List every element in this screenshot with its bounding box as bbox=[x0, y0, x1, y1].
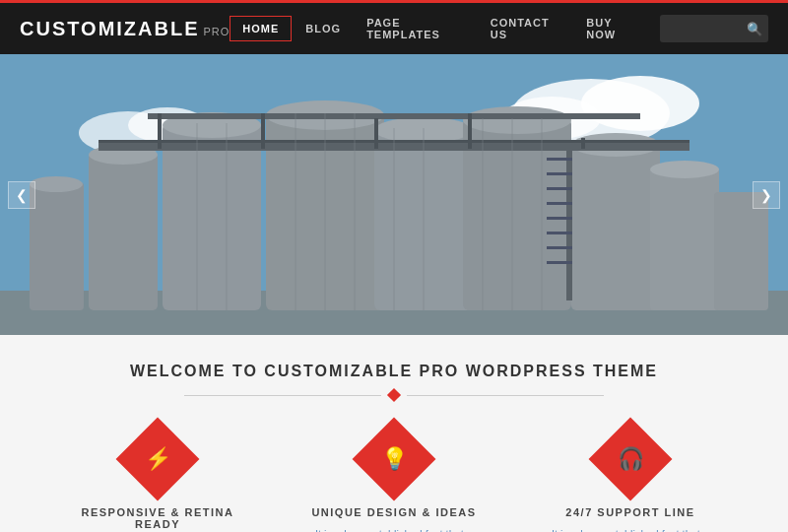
logo-pro: PRO bbox=[204, 26, 230, 37]
svg-rect-39 bbox=[547, 246, 572, 249]
svg-rect-21 bbox=[650, 167, 719, 310]
nav-home[interactable]: HOME bbox=[230, 16, 292, 41]
search-input[interactable] bbox=[668, 23, 747, 34]
nav-contact-us[interactable]: CONTACT US bbox=[479, 11, 573, 46]
svg-rect-28 bbox=[374, 118, 378, 149]
svg-rect-27 bbox=[261, 113, 265, 149]
section-title: WELCOME TO CUSTOMIZABLE PRO WORDPRESS TH… bbox=[39, 363, 749, 380]
nav-blog[interactable]: BLOG bbox=[294, 17, 353, 40]
feature-item-1: 💡 UNIQUE DESIGN & IDEAS It is a long est… bbox=[305, 430, 483, 532]
feature-icon-wrap-1: 💡 bbox=[353, 418, 436, 501]
feature-icon-wrap-0: ⚡ bbox=[116, 418, 200, 501]
svg-rect-30 bbox=[581, 138, 585, 149]
feature-icon-wrap-2: 🎧 bbox=[589, 418, 673, 501]
svg-rect-29 bbox=[468, 113, 472, 149]
main-nav: HOME BLOG PAGE TEMPLATES CONTACT US BUY … bbox=[230, 11, 650, 46]
hero-background-svg bbox=[0, 54, 788, 335]
svg-rect-25 bbox=[148, 113, 640, 119]
svg-rect-34 bbox=[547, 172, 572, 175]
svg-rect-23 bbox=[714, 192, 768, 310]
svg-rect-37 bbox=[547, 217, 572, 220]
feature-icon-1: 💡 bbox=[381, 446, 408, 472]
feature-desc-1: It is a long established fact that a rea… bbox=[305, 526, 483, 532]
feature-title-0: RESPONSIVE & RETINA READY bbox=[69, 506, 246, 530]
svg-rect-26 bbox=[158, 113, 162, 149]
slider-prev-button[interactable]: ❮ bbox=[8, 181, 35, 209]
svg-rect-40 bbox=[547, 261, 572, 264]
divider-line-right bbox=[407, 395, 604, 396]
feature-desc-2: It is a long established fact that a rea… bbox=[542, 526, 719, 532]
svg-rect-36 bbox=[547, 202, 572, 205]
svg-rect-35 bbox=[547, 187, 572, 190]
nav-buy-now[interactable]: BUY NOW bbox=[574, 11, 650, 46]
search-icon[interactable]: 🔍 bbox=[747, 22, 762, 36]
nav-page-templates[interactable]: PAGE TEMPLATES bbox=[355, 11, 477, 46]
feature-icon-2: 🎧 bbox=[618, 446, 644, 472]
features-list: ⚡ RESPONSIVE & RETINA READY It is a long… bbox=[39, 425, 749, 532]
divider-line-left bbox=[184, 395, 381, 396]
feature-item-0: ⚡ RESPONSIVE & RETINA READY It is a long… bbox=[69, 430, 246, 532]
search-box[interactable]: 🔍 bbox=[660, 15, 768, 42]
header: CUSTOMIZABLE PRO HOME BLOG PAGE TEMPLATE… bbox=[0, 0, 788, 54]
feature-item-2: 🎧 24/7 SUPPORT LINE It is a long establi… bbox=[542, 430, 719, 532]
hero-image bbox=[0, 54, 788, 335]
svg-rect-19 bbox=[571, 143, 660, 310]
feature-title-2: 24/7 SUPPORT LINE bbox=[565, 506, 694, 518]
divider-diamond bbox=[387, 388, 401, 402]
svg-point-18 bbox=[463, 106, 571, 134]
svg-rect-9 bbox=[89, 153, 158, 310]
svg-point-8 bbox=[30, 176, 83, 192]
slider-next-button[interactable]: ❯ bbox=[753, 181, 780, 209]
svg-rect-33 bbox=[547, 158, 572, 161]
svg-rect-7 bbox=[30, 182, 84, 310]
feature-title-1: UNIQUE DESIGN & IDEAS bbox=[311, 506, 476, 518]
logo-main: CUSTOMIZABLE bbox=[20, 18, 200, 40]
svg-rect-38 bbox=[547, 232, 572, 234]
svg-rect-11 bbox=[163, 123, 261, 310]
logo: CUSTOMIZABLE PRO bbox=[20, 18, 230, 40]
svg-point-22 bbox=[650, 161, 719, 178]
hero-slider: ❮ ❯ bbox=[0, 54, 788, 335]
section-divider bbox=[39, 390, 749, 400]
svg-rect-32 bbox=[566, 143, 572, 300]
feature-icon-0: ⚡ bbox=[145, 446, 171, 472]
content-section: WELCOME TO CUSTOMIZABLE PRO WORDPRESS TH… bbox=[0, 335, 788, 532]
